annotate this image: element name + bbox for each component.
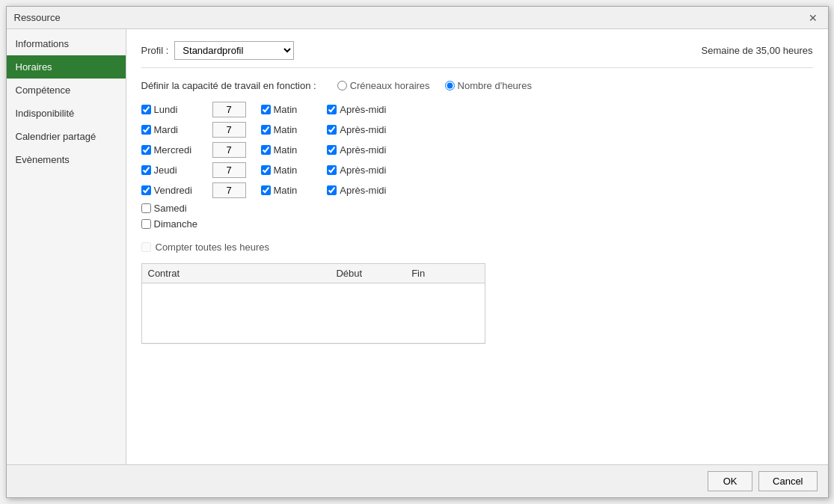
matin-checkbox-jeudi[interactable] [261, 165, 271, 175]
radio-nombre[interactable] [445, 81, 455, 90]
day-matin-mercredi[interactable]: Matin [261, 144, 298, 156]
day-name-jeudi: Jeudi [154, 165, 177, 176]
matin-label: Matin [274, 144, 298, 156]
day-row-mardi: MardiMatinAprès-midi [141, 122, 813, 138]
sidebar-item-competence[interactable]: Compétence [7, 79, 126, 102]
day-matin-lundi[interactable]: Matin [261, 104, 298, 115]
day-row-lundi: LundiMatinAprès-midi [141, 102, 813, 117]
day-hours-mardi[interactable] [212, 122, 246, 138]
apresmidi-label: Après-midi [340, 144, 386, 156]
cancel-button[interactable]: Cancel [758, 471, 817, 491]
col-header-debut: Début [330, 264, 405, 283]
radio-creneaux-label: Créneaux horaires [350, 80, 430, 91]
day-row-vendredi: VendrediMatinAprès-midi [141, 182, 813, 198]
day-apresmidi-jeudi[interactable]: Après-midi [327, 165, 386, 176]
apresmidi-checkbox-vendredi[interactable] [327, 185, 337, 195]
matin-checkbox-lundi[interactable] [261, 105, 271, 114]
day-apresmidi-vendredi[interactable]: Après-midi [327, 185, 386, 196]
days-grid: LundiMatinAprès-midiMardiMatinAprès-midi… [141, 102, 813, 230]
day-apresmidi-mardi[interactable]: Après-midi [327, 124, 386, 135]
apresmidi-checkbox-mercredi[interactable] [327, 145, 337, 155]
profil-label: Profil : [141, 45, 169, 56]
day-checkbox-vendredi[interactable] [141, 185, 151, 195]
matin-checkbox-vendredi[interactable] [261, 185, 271, 195]
sidebar-item-evenements[interactable]: Evènements [7, 148, 126, 171]
day-checkbox-mardi[interactable] [141, 125, 151, 135]
day-matin-jeudi[interactable]: Matin [261, 165, 298, 176]
day-label-mercredi[interactable]: Mercredi [141, 144, 205, 156]
day-hours-jeudi[interactable] [212, 162, 246, 178]
close-button[interactable]: ✕ [806, 10, 821, 25]
dialog-body: InformationsHorairesCompétenceIndisponib… [7, 29, 828, 464]
day-name-samedi: Samedi [154, 203, 187, 214]
sidebar-item-calendrier-partage[interactable]: Calendrier partagé [7, 125, 126, 148]
compter-row: Compter toutes les heures [141, 242, 813, 253]
sidebar: InformationsHorairesCompétenceIndisponib… [7, 29, 126, 464]
day-matin-vendredi[interactable]: Matin [261, 185, 298, 196]
day-checkbox-lundi[interactable] [141, 105, 151, 114]
definir-label: Définir la capacité de travail en foncti… [141, 80, 316, 91]
day-row-mercredi: MercrediMatinAprès-midi [141, 142, 813, 158]
day-row-jeudi: JeudiMatinAprès-midi [141, 162, 813, 178]
matin-label: Matin [274, 104, 298, 115]
day-checkbox-mercredi[interactable] [141, 145, 151, 155]
table-header-row: Contrat Début Fin [142, 264, 485, 283]
day-checkbox-samedi[interactable] [141, 203, 151, 213]
matin-checkbox-mardi[interactable] [261, 125, 271, 135]
col-header-contrat: Contrat [142, 264, 331, 283]
day-checkbox-jeudi[interactable] [141, 165, 151, 175]
definir-row: Définir la capacité de travail en foncti… [141, 80, 813, 91]
profil-select[interactable]: Standardprofil [174, 41, 294, 60]
day-checkbox-dimanche[interactable] [141, 219, 151, 229]
compter-checkbox[interactable] [141, 242, 151, 252]
day-matin-mardi[interactable]: Matin [261, 124, 298, 135]
day-name-dimanche: Dimanche [154, 218, 198, 230]
day-name-mardi: Mardi [154, 124, 179, 135]
title-bar: Ressource ✕ [7, 7, 828, 29]
semaine-label: Semaine de 35,00 heures [702, 45, 813, 56]
matin-label: Matin [274, 124, 298, 135]
sidebar-item-horaires[interactable]: Horaires [7, 55, 126, 79]
profil-row: Profil : Standardprofil Semaine de 35,00… [141, 41, 813, 68]
contrat-table: Contrat Début Fin [141, 263, 485, 344]
day-label-vendredi[interactable]: Vendredi [141, 185, 205, 196]
day-name-mercredi: Mercredi [154, 144, 192, 156]
apresmidi-label: Après-midi [340, 185, 386, 196]
radio-nombre-option[interactable]: Nombre d'heures [445, 80, 532, 91]
day-name-lundi: Lundi [154, 104, 178, 115]
sidebar-item-informations[interactable]: Informations [7, 32, 126, 55]
day-label-lundi[interactable]: Lundi [141, 104, 205, 115]
day-hours-mercredi[interactable] [212, 142, 246, 158]
day-row-samedi: Samedi [141, 203, 813, 214]
apresmidi-checkbox-lundi[interactable] [327, 105, 337, 114]
compter-label: Compter toutes les heures [156, 242, 269, 253]
radio-creneaux-option[interactable]: Créneaux horaires [337, 80, 430, 91]
radio-creneaux[interactable] [337, 81, 347, 90]
matin-label: Matin [274, 185, 298, 196]
day-label-mardi[interactable]: Mardi [141, 124, 205, 135]
day-name-vendredi: Vendredi [154, 185, 192, 196]
matin-checkbox-mercredi[interactable] [261, 145, 271, 155]
day-apresmidi-mercredi[interactable]: Après-midi [327, 144, 386, 156]
apresmidi-label: Après-midi [340, 104, 386, 115]
radio-nombre-label: Nombre d'heures [458, 80, 532, 91]
apresmidi-label: Après-midi [340, 165, 386, 176]
main-content: Profil : Standardprofil Semaine de 35,00… [126, 29, 828, 464]
apresmidi-checkbox-jeudi[interactable] [327, 165, 337, 175]
dialog: Ressource ✕ InformationsHorairesCompéten… [6, 6, 829, 498]
apresmidi-checkbox-mardi[interactable] [327, 125, 337, 135]
table-empty-row [142, 283, 485, 343]
day-label-jeudi[interactable]: Jeudi [141, 165, 205, 176]
table-body [142, 283, 485, 343]
ok-button[interactable]: OK [708, 471, 752, 491]
matin-label: Matin [274, 165, 298, 176]
dialog-footer: OK Cancel [7, 464, 828, 497]
day-apresmidi-lundi[interactable]: Après-midi [327, 104, 386, 115]
day-hours-vendredi[interactable] [212, 182, 246, 198]
day-label-dimanche[interactable]: Dimanche [141, 218, 205, 230]
day-label-samedi[interactable]: Samedi [141, 203, 205, 214]
sidebar-item-indisponibilite[interactable]: Indisponibilité [7, 102, 126, 125]
col-header-fin: Fin [405, 264, 484, 283]
contrat-table-inner: Contrat Début Fin [142, 264, 485, 343]
day-hours-lundi[interactable] [212, 102, 246, 117]
